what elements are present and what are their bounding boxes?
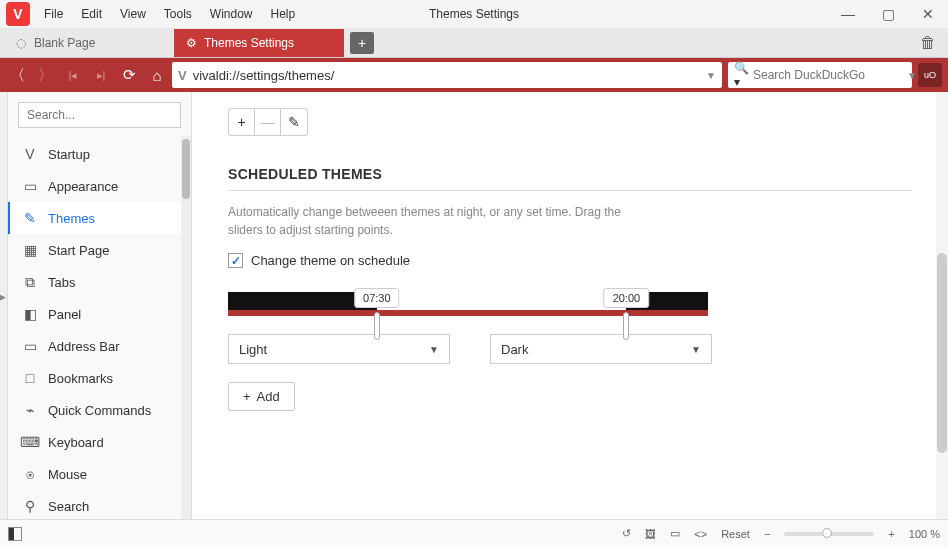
sidebar-item-address-bar[interactable]: ▭Address Bar (8, 330, 191, 362)
window-controls: — ▢ ✕ (828, 0, 948, 28)
menu-file[interactable]: File (44, 7, 63, 21)
zoom-thumb[interactable] (822, 528, 832, 538)
settings-nav: VStartup ▭Appearance ✎Themes ▦Start Page… (8, 138, 191, 519)
sidebar-item-themes[interactable]: ✎Themes (8, 202, 191, 234)
sidebar-item-bookmarks[interactable]: □Bookmarks (8, 362, 191, 394)
sync-icon[interactable]: ↺ (622, 527, 631, 540)
end-handle[interactable] (623, 312, 629, 340)
menu-tools[interactable]: Tools (164, 7, 192, 21)
panel-toggle-icon[interactable] (8, 527, 22, 541)
day-theme-select[interactable]: Light ▼ (228, 334, 450, 364)
tab-blank-page[interactable]: ◌ Blank Page (4, 29, 174, 57)
end-time-bubble: 20:00 (604, 288, 650, 308)
schedule-accent (228, 310, 708, 316)
site-icon: V (178, 68, 187, 83)
zoom-value: 100 % (909, 528, 940, 540)
panel-strip[interactable]: ▶ (0, 92, 8, 519)
sidebar-item-quick-commands[interactable]: ⌁Quick Commands (8, 394, 191, 426)
add-label: Add (257, 389, 280, 404)
checkbox-label: Change theme on schedule (251, 253, 410, 268)
startup-icon: V (22, 146, 38, 162)
search-engine-icon[interactable]: 🔍▾ (734, 61, 749, 89)
app-logo[interactable]: V (6, 2, 30, 26)
zoom-reset[interactable]: Reset (721, 528, 750, 540)
fast-forward-button[interactable]: ▸| (88, 62, 114, 88)
page-actions-icon[interactable]: <> (694, 528, 707, 540)
content-scrollbar-thumb[interactable] (937, 253, 947, 453)
menu-bar: File Edit View Tools Window Help (44, 7, 295, 21)
home-button[interactable]: ⌂ (144, 62, 170, 88)
search-dropdown-icon[interactable]: ▼ (907, 70, 917, 81)
themes-icon: ✎ (22, 210, 38, 226)
address-bar: 〈 〉 |◂ ▸| ⟳ ⌂ V ▼ 🔍▾ ▼ uO (0, 58, 948, 92)
sidebar-scrollbar-thumb[interactable] (182, 139, 190, 199)
schedule-checkbox[interactable]: ✓ (228, 253, 243, 268)
back-button[interactable]: 〈 (4, 62, 30, 88)
globe-icon: ◌ (14, 36, 28, 50)
extension-button[interactable]: uO (918, 63, 942, 87)
keyboard-icon: ⌨ (22, 434, 38, 450)
theme-toolbar: + — ✎ (228, 108, 308, 136)
panel-expand-icon[interactable]: ▶ (0, 292, 6, 302)
forward-button[interactable]: 〉 (32, 62, 58, 88)
day-theme-value: Light (239, 342, 267, 357)
menu-help[interactable]: Help (271, 7, 296, 21)
url-dropdown-icon[interactable]: ▼ (706, 70, 716, 81)
night-theme-value: Dark (501, 342, 528, 357)
add-schedule-button[interactable]: + Add (228, 382, 295, 411)
sidebar-item-search[interactable]: ⚲Search (8, 490, 191, 519)
sidebar-item-mouse[interactable]: ⍟Mouse (8, 458, 191, 490)
start-time-bubble: 07:30 (354, 288, 400, 308)
maximize-button[interactable]: ▢ (868, 0, 908, 28)
schedule-day-segment (377, 292, 627, 310)
chevron-down-icon: ▼ (691, 344, 701, 355)
theme-selects: Light ▼ Dark ▼ (228, 334, 912, 364)
tab-bar: ◌ Blank Page ⚙ Themes Settings + 🗑 (0, 28, 948, 58)
chevron-down-icon: ▼ (429, 344, 439, 355)
menu-window[interactable]: Window (210, 7, 253, 21)
menu-edit[interactable]: Edit (81, 7, 102, 21)
zoom-out-icon[interactable]: − (764, 528, 770, 540)
url-field[interactable]: V ▼ (172, 62, 722, 88)
reload-button[interactable]: ⟳ (116, 62, 142, 88)
section-title: SCHEDULED THEMES (228, 166, 912, 182)
sidebar-item-panel[interactable]: ◧Panel (8, 298, 191, 330)
sidebar-scrollbar[interactable] (181, 136, 191, 519)
sidebar-item-tabs[interactable]: ⧉Tabs (8, 266, 191, 298)
sidebar-item-start-page[interactable]: ▦Start Page (8, 234, 191, 266)
divider (228, 190, 912, 191)
panel-icon: ◧ (22, 306, 38, 322)
sidebar-item-appearance[interactable]: ▭Appearance (8, 170, 191, 202)
sidebar-item-keyboard[interactable]: ⌨Keyboard (8, 426, 191, 458)
sidebar-item-startup[interactable]: VStartup (8, 138, 191, 170)
quickcommands-icon: ⌁ (22, 402, 38, 418)
rewind-button[interactable]: |◂ (60, 62, 86, 88)
gear-icon: ⚙ (184, 36, 198, 50)
remove-theme-button[interactable]: — (255, 109, 281, 135)
settings-content: + — ✎ SCHEDULED THEMES Automatically cha… (192, 92, 948, 519)
tabs-icon: ⧉ (22, 274, 38, 290)
tab-themes-settings[interactable]: ⚙ Themes Settings (174, 29, 344, 57)
settings-search-input[interactable] (18, 102, 181, 128)
add-theme-button[interactable]: + (229, 109, 255, 135)
zoom-slider[interactable] (784, 532, 874, 536)
zoom-in-icon[interactable]: + (888, 528, 894, 540)
url-input[interactable] (193, 68, 700, 83)
tiling-icon[interactable]: ▭ (670, 527, 680, 540)
edit-theme-button[interactable]: ✎ (281, 109, 307, 135)
new-tab-button[interactable]: + (350, 32, 374, 54)
close-button[interactable]: ✕ (908, 0, 948, 28)
search-input[interactable] (753, 68, 903, 82)
schedule-slider[interactable]: 07:30 Now 20:00 (228, 292, 708, 310)
night-theme-select[interactable]: Dark ▼ (490, 334, 712, 364)
search-icon: ⚲ (22, 498, 38, 514)
search-field[interactable]: 🔍▾ ▼ (728, 62, 912, 88)
image-toggle-icon[interactable]: 🖼 (645, 528, 656, 540)
content-scrollbar[interactable] (936, 92, 948, 519)
bookmarks-icon: □ (22, 370, 38, 386)
minimize-button[interactable]: — (828, 0, 868, 28)
start-handle[interactable] (374, 312, 380, 340)
schedule-checkbox-row[interactable]: ✓ Change theme on schedule (228, 253, 912, 268)
trash-icon[interactable]: 🗑 (920, 34, 936, 52)
menu-view[interactable]: View (120, 7, 146, 21)
